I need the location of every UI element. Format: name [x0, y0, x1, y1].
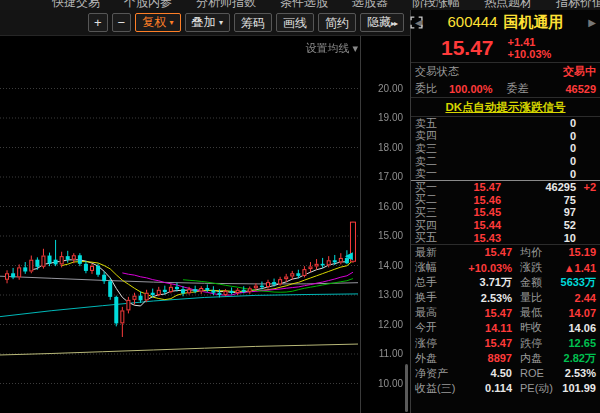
menu-item[interactable]: 指标价值 [556, 0, 600, 4]
stat-label: 涨跌 [512, 260, 556, 275]
stat-row: 涨停15.47跌停12.65 [411, 336, 600, 351]
stat-label: 换手 [415, 290, 462, 305]
menu-item[interactable]: 热点题材 [484, 0, 532, 4]
menu-item[interactable]: 条件选股 [280, 0, 328, 4]
menu-item[interactable]: 选股器 [352, 0, 388, 4]
weibi-label: 委比 [415, 81, 437, 96]
diejia-dropdown-button[interactable]: 叠加 ▾ [185, 13, 230, 32]
stat-value: ▲1.41 [556, 262, 596, 274]
stat-label: 外盘 [415, 351, 462, 366]
stat-value: 3.71万 [462, 275, 512, 290]
menu-item[interactable]: 阶段涨幅 [412, 0, 460, 4]
stat-value: 15.47 [462, 246, 512, 258]
buy3-volume: 97 [501, 206, 576, 218]
weicha-value: 46529 [565, 83, 596, 95]
sell1-price [443, 168, 501, 180]
chouma-button[interactable]: 筹码 [234, 13, 272, 32]
buy5-price: 15.43 [443, 232, 501, 244]
buy4-price: 15.44 [443, 219, 501, 231]
buy1-delta: +2 [576, 181, 596, 193]
stat-value: 15.19 [556, 246, 596, 258]
stat-row: 换手2.53%量比2.44 [411, 290, 600, 305]
quote-panel: ◀ 600444国机通用 ▶ 15.47 +1.41 +10.03% 交易状态 … [410, 10, 600, 413]
stat-value: 15.47 [462, 337, 512, 349]
menu-item[interactable]: 快捷交易 [52, 0, 100, 4]
menu-item[interactable]: 个股内参 [124, 0, 172, 4]
stat-value: 14.11 [462, 322, 512, 334]
stat-value: +10.03% [462, 262, 512, 274]
stat-value: 12.65 [556, 337, 596, 349]
zoom-in-button[interactable]: + [88, 13, 108, 32]
stat-value: 2.82万 [556, 351, 596, 366]
stock-code: 600444 [447, 13, 497, 30]
sell1-volume: 0 [501, 168, 576, 180]
stat-row: 涨幅+10.03%涨跌▲1.41 [411, 260, 600, 275]
zoom-out-button[interactable]: − [112, 13, 132, 32]
stat-value: 5633万 [556, 275, 596, 290]
sell-row-1[interactable]: 卖一0 [411, 167, 600, 180]
buy4-volume: 52 [501, 219, 576, 231]
fuquan-dropdown-button[interactable]: 复权 ▾ [135, 13, 180, 32]
sell3-volume: 0 [501, 142, 576, 154]
change-percent: +10.03% [508, 48, 552, 60]
stat-value: 15.47 [462, 307, 512, 319]
stat-row: 最高15.47最低14.07 [411, 305, 600, 320]
buy1-price: 15.47 [443, 181, 501, 193]
stat-label: 最新 [415, 245, 462, 260]
stat-label: 净资产 [415, 366, 462, 381]
stat-value: 2.53% [556, 367, 596, 379]
stat-row: 最新15.47均价15.19 [411, 245, 600, 260]
stat-value: 8897 [462, 352, 512, 364]
top-menubar: 快捷交易 个股内参 分析师指数 条件选股 选股器 阶段涨幅 热点题材 指标价值 … [0, 0, 600, 10]
next-stock-arrow[interactable]: ▶ [588, 17, 596, 28]
stat-value: 101.99 [556, 382, 596, 394]
chevron-down-icon: ▾ [219, 18, 223, 27]
chevron-down-icon: ▾ [352, 42, 358, 54]
weibi-row: 委比 100.00% 委差 46529 [411, 80, 600, 97]
dk-signal-link[interactable]: DK点自动提示涨跌信号 [445, 100, 565, 115]
stat-label: 跌停 [512, 336, 556, 351]
stat-label: 最低 [512, 305, 556, 320]
expand-fullscreen-button[interactable] [410, 15, 423, 31]
price-change: +1.41 +10.03% [508, 36, 552, 60]
sell5-volume: 0 [501, 117, 576, 129]
last-price: 15.47 [441, 36, 494, 60]
stat-label: 内盘 [512, 351, 556, 366]
fuquan-label: 复权 [142, 15, 166, 29]
stat-label: ROE [512, 367, 556, 379]
stock-title: 600444国机通用 [447, 13, 563, 32]
stat-label: 量比 [512, 290, 556, 305]
sell5-price [443, 117, 501, 129]
ma-settings-label: 设置均线 [305, 42, 349, 54]
buy3-price: 15.45 [443, 206, 501, 218]
stat-row: 今开14.11昨收14.06 [411, 320, 600, 335]
menu-item[interactable]: 分析师指数 [196, 0, 256, 4]
stat-row: 外盘8897内盘2.82万 [411, 351, 600, 366]
buy-row-5[interactable]: 买五15.4310 [411, 231, 600, 244]
buy2-volume: 75 [501, 194, 576, 206]
stats-block: 最新15.47均价15.19 涨幅+10.03%涨跌▲1.41 总手3.71万金… [411, 245, 600, 413]
stat-row: 收益(三)0.114PE(动)101.99 [411, 381, 600, 396]
trade-status-label: 交易状态 [415, 64, 459, 79]
huaxian-button[interactable]: 画线 [276, 13, 314, 32]
trade-status-value: 交易中 [563, 64, 596, 79]
weicha-label: 委差 [506, 81, 528, 96]
yincang-button[interactable]: 隐藏▸▸ [360, 13, 404, 32]
chart-region: + − 复权 ▾ 叠加 ▾ 筹码 画线 简约 隐藏▸▸ 设置均线 ▾ [0, 10, 410, 413]
stat-label: 收益(三) [415, 381, 462, 396]
stat-label: PE(动) [512, 381, 556, 396]
kline-chart[interactable] [0, 36, 410, 413]
sell4-volume: 0 [501, 130, 576, 142]
stat-label: 最高 [415, 305, 462, 320]
stat-label: 今开 [415, 320, 462, 335]
stat-value: 0.114 [462, 382, 512, 394]
stat-row: 总手3.71万金额5633万 [411, 275, 600, 290]
ma-settings-dropdown[interactable]: 设置均线 ▾ [305, 41, 358, 56]
weibi-value: 100.00% [449, 83, 492, 95]
jianyue-button[interactable]: 简约 [318, 13, 356, 32]
stat-label: 总手 [415, 275, 462, 290]
trade-status-row: 交易状态 交易中 [411, 63, 600, 80]
dk-signal-row: DK点自动提示涨跌信号 [411, 98, 600, 116]
chart-scrollbar[interactable] [405, 364, 408, 412]
chevron-down-icon: ▾ [170, 18, 174, 27]
